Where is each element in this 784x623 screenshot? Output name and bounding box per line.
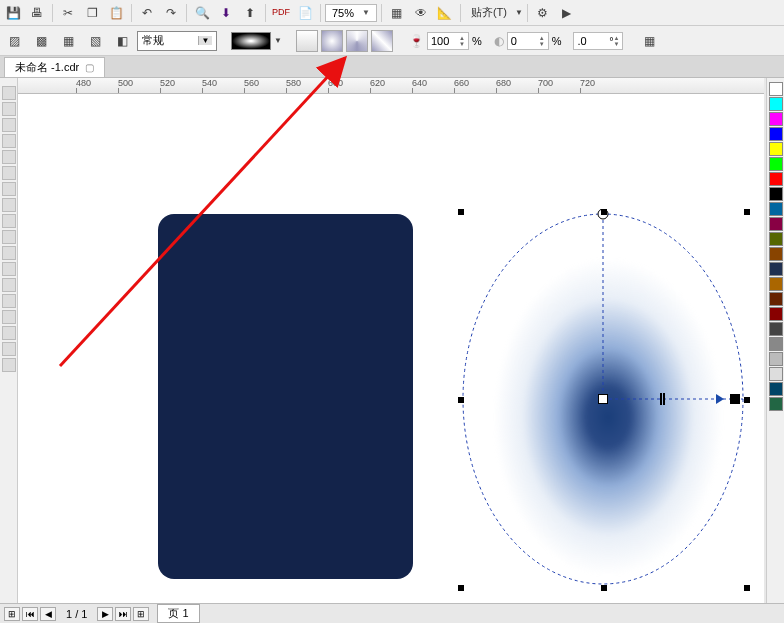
page-add-after-icon[interactable]: ⊞ xyxy=(133,607,149,621)
close-icon[interactable]: ▢ xyxy=(85,62,94,73)
fill-texture-3-icon[interactable]: ▦ xyxy=(56,30,80,52)
color-swatch[interactable] xyxy=(769,187,783,201)
eyedropper-tool-icon[interactable] xyxy=(2,310,16,324)
fill-conical-icon[interactable] xyxy=(346,30,368,52)
fill-linear-icon[interactable] xyxy=(296,30,318,52)
color-swatch[interactable] xyxy=(769,112,783,126)
softness-input[interactable]: 0 ▲▼ xyxy=(507,32,549,50)
crop-tool-icon[interactable] xyxy=(2,118,16,132)
selection-handle[interactable] xyxy=(458,209,464,215)
options-icon[interactable]: ⚙ xyxy=(532,3,554,23)
fill-tool-icon[interactable] xyxy=(2,342,16,356)
fill-texture-2-icon[interactable]: ▩ xyxy=(29,30,53,52)
color-swatch[interactable] xyxy=(769,352,783,366)
color-swatch[interactable] xyxy=(769,217,783,231)
polygon-tool-icon[interactable] xyxy=(2,214,16,228)
color-swatch[interactable] xyxy=(769,202,783,216)
fill-radial-icon[interactable] xyxy=(321,30,343,52)
pdf-icon[interactable]: PDF xyxy=(270,3,292,23)
ruler-tick: 540 xyxy=(202,78,217,88)
color-swatch[interactable] xyxy=(769,142,783,156)
fill-center-handle[interactable] xyxy=(598,394,608,404)
opacity-input[interactable]: 100 ▲▼ xyxy=(427,32,469,50)
redo-icon[interactable]: ↷ xyxy=(160,3,182,23)
guides-icon[interactable]: 👁 xyxy=(410,3,432,23)
dimension-tool-icon[interactable] xyxy=(2,262,16,276)
publish-icon[interactable]: 📄 xyxy=(294,3,316,23)
fill-texture-5-icon[interactable]: ◧ xyxy=(110,30,134,52)
first-page-icon[interactable]: ⏮ xyxy=(22,607,38,621)
zoom-tool-icon[interactable] xyxy=(2,134,16,148)
rulers-icon[interactable]: 📐 xyxy=(434,3,456,23)
cut-icon[interactable]: ✂ xyxy=(57,3,79,23)
selection-handle[interactable] xyxy=(744,585,750,591)
canvas[interactable] xyxy=(18,94,764,603)
save-icon[interactable]: 💾 xyxy=(2,3,24,23)
last-page-icon[interactable]: ⏭ xyxy=(115,607,131,621)
selection-handle[interactable] xyxy=(458,585,464,591)
table-tool-icon[interactable] xyxy=(2,246,16,260)
ellipse-tool-icon[interactable] xyxy=(2,198,16,212)
export-icon[interactable]: ⬆ xyxy=(239,3,261,23)
outline-tool-icon[interactable] xyxy=(2,326,16,340)
gradient-preview[interactable] xyxy=(231,32,271,50)
color-swatch[interactable] xyxy=(769,172,783,186)
color-swatch[interactable] xyxy=(769,247,783,261)
angle-input[interactable]: .0 ° ▲▼ xyxy=(573,32,623,50)
color-swatch[interactable] xyxy=(769,82,783,96)
snap-grid-icon[interactable]: ▦ xyxy=(386,3,408,23)
search-icon[interactable]: 🔍 xyxy=(191,3,213,23)
color-swatch[interactable] xyxy=(769,322,783,336)
spinner-icon[interactable]: ▲▼ xyxy=(539,35,545,47)
fill-mid-handle[interactable] xyxy=(660,393,662,405)
selection-handle[interactable] xyxy=(458,397,464,403)
page-add-icon[interactable]: ⊞ xyxy=(4,607,20,621)
document-tab[interactable]: 未命名 -1.cdr ▢ xyxy=(4,57,105,77)
prev-page-icon[interactable]: ◀ xyxy=(40,607,56,621)
fill-square-icon[interactable] xyxy=(371,30,393,52)
paste-icon[interactable]: 📋 xyxy=(105,3,127,23)
launch-icon[interactable]: ▶ xyxy=(556,3,578,23)
pick-tool-icon[interactable] xyxy=(2,86,16,100)
smart-fill-tool-icon[interactable] xyxy=(2,166,16,180)
color-swatch[interactable] xyxy=(769,367,783,381)
text-tool-icon[interactable] xyxy=(2,230,16,244)
page-tab[interactable]: 页 1 xyxy=(157,604,199,623)
style-select[interactable]: 常规 ▼ xyxy=(137,31,217,51)
color-swatch[interactable] xyxy=(769,277,783,291)
freehand-tool-icon[interactable] xyxy=(2,150,16,164)
color-swatch[interactable] xyxy=(769,232,783,246)
import-icon[interactable]: ⬇ xyxy=(215,3,237,23)
color-swatch[interactable] xyxy=(769,127,783,141)
fill-texture-4-icon[interactable]: ▧ xyxy=(83,30,107,52)
snap-menu[interactable]: 贴齐(T) xyxy=(465,5,513,20)
color-swatch[interactable] xyxy=(769,157,783,171)
color-swatch[interactable] xyxy=(769,382,783,396)
color-swatch[interactable] xyxy=(769,262,783,276)
undo-icon[interactable]: ↶ xyxy=(136,3,158,23)
effects-tool-icon[interactable] xyxy=(2,294,16,308)
spinner-icon[interactable]: ▲▼ xyxy=(614,35,620,47)
color-swatch[interactable] xyxy=(769,307,783,321)
rectangle-tool-icon[interactable] xyxy=(2,182,16,196)
selection-handle[interactable] xyxy=(601,209,607,215)
next-page-icon[interactable]: ▶ xyxy=(97,607,113,621)
zoom-level-input[interactable]: 75% ▼ xyxy=(325,4,377,22)
color-swatch[interactable] xyxy=(769,292,783,306)
color-swatch[interactable] xyxy=(769,97,783,111)
print-icon[interactable]: 🖶 xyxy=(26,3,48,23)
selection-handle[interactable] xyxy=(601,585,607,591)
copy-fill-icon[interactable]: ▦ xyxy=(637,30,661,52)
shape-tool-icon[interactable] xyxy=(2,102,16,116)
spinner-icon[interactable]: ▲▼ xyxy=(459,35,465,47)
interactive-fill-tool-icon[interactable] xyxy=(2,358,16,372)
color-swatch[interactable] xyxy=(769,397,783,411)
connector-tool-icon[interactable] xyxy=(2,278,16,292)
rounded-rectangle-shape[interactable] xyxy=(158,214,413,579)
color-swatch[interactable] xyxy=(769,337,783,351)
fill-edge-handle[interactable] xyxy=(730,394,740,404)
copy-icon[interactable]: ❐ xyxy=(81,3,103,23)
selection-handle[interactable] xyxy=(744,397,750,403)
selection-handle[interactable] xyxy=(744,209,750,215)
fill-texture-1-icon[interactable]: ▨ xyxy=(2,30,26,52)
